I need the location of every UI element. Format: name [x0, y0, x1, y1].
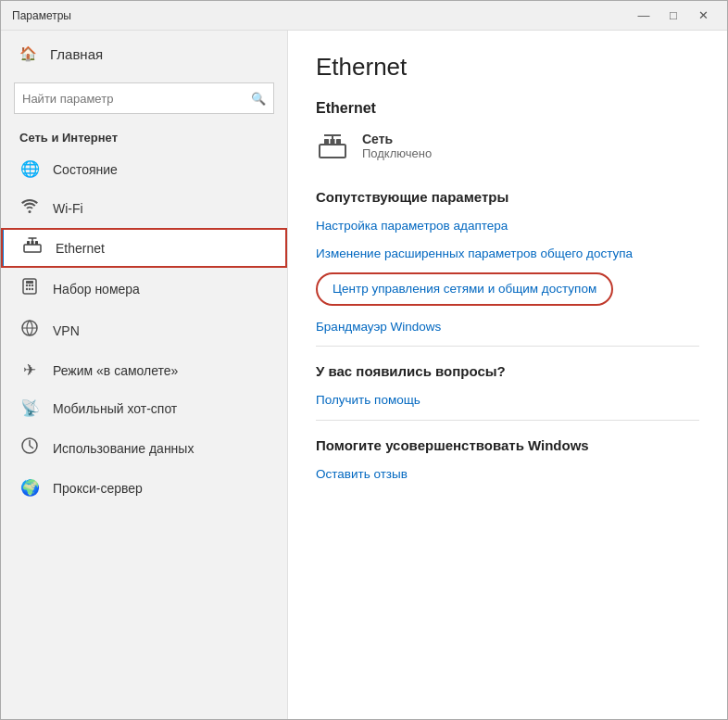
svg-rect-2: [31, 241, 34, 245]
sidebar-item-vpn[interactable]: VPN: [1, 309, 287, 351]
svg-rect-16: [320, 145, 345, 158]
sidebar-home-label: Главная: [50, 46, 103, 62]
content-area: Ethernet Ethernet Сеть Подключе: [288, 31, 727, 719]
improve-section: Помогите усовершенствовать Windows Остав…: [316, 437, 699, 483]
svg-rect-19: [336, 139, 341, 145]
ethernet-section-title: Ethernet: [316, 100, 699, 117]
get-help-link[interactable]: Получить помощь: [316, 392, 699, 409]
sidebar-section-title: Сеть и Интернет: [1, 123, 287, 150]
svg-rect-18: [331, 139, 335, 145]
questions-section: У вас появились вопросы? Получить помощь: [316, 363, 699, 409]
sidebar-item-label: Состояние: [53, 162, 118, 177]
sidebar-item-ethernet[interactable]: Ethernet: [1, 228, 287, 268]
sidebar-item-hotspot[interactable]: 📡 Мобильный хот-спот: [1, 389, 287, 427]
sidebar-item-label: Wi-Fi: [53, 201, 83, 216]
settings-window: Параметры — □ ✕ 🏠 Главная 🔍 Сеть и Интер…: [0, 0, 728, 720]
sidebar-item-label: Набор номера: [53, 282, 140, 297]
feedback-link[interactable]: Оставить отзыв: [316, 466, 699, 483]
sidebar-item-label: VPN: [53, 323, 80, 338]
svg-rect-1: [27, 241, 30, 245]
search-box: 🔍: [14, 82, 274, 114]
sidebar-item-proxy[interactable]: 🌍 Прокси-сервер: [1, 469, 287, 507]
proxy-icon: 🌍: [19, 478, 40, 498]
svg-rect-0: [24, 245, 41, 252]
svg-point-10: [26, 288, 28, 290]
sidebar-item-airplane[interactable]: ✈ Режим «в самолете»: [1, 351, 287, 389]
related-params-title: Сопутствующие параметры: [316, 189, 699, 205]
sidebar-item-label: Прокси-сервер: [53, 481, 143, 496]
svg-point-9: [31, 284, 33, 286]
svg-point-7: [26, 284, 28, 286]
svg-rect-3: [35, 241, 38, 245]
sidebar-item-label: Ethernet: [56, 241, 105, 256]
adapter-settings-link[interactable]: Настройка параметров адаптера: [316, 218, 699, 234]
window-title: Параметры: [12, 9, 631, 22]
search-input[interactable]: [22, 92, 251, 106]
ethernet-icon: [22, 237, 43, 259]
network-name: Сеть: [362, 132, 432, 146]
sidebar-item-home[interactable]: 🏠 Главная: [1, 31, 287, 77]
sharing-settings-link[interactable]: Изменение расширенных параметров общего …: [316, 246, 699, 262]
title-bar: Параметры — □ ✕: [1, 1, 727, 31]
svg-point-11: [29, 288, 31, 290]
network-icon: [316, 133, 349, 167]
questions-title: У вас появились вопросы?: [316, 363, 699, 379]
improve-title: Помогите усовершенствовать Windows: [316, 437, 699, 453]
sidebar-item-label: Мобильный хот-спот: [53, 401, 177, 416]
divider-2: [316, 420, 699, 421]
page-title: Ethernet: [316, 53, 699, 82]
search-button[interactable]: 🔍: [251, 92, 266, 106]
window-controls: — □ ✕: [631, 6, 716, 26]
data-usage-icon: [19, 436, 40, 460]
vpn-icon: [19, 319, 40, 342]
hotspot-icon: 📡: [19, 398, 40, 418]
sidebar-item-status[interactable]: 🌐 Состояние: [1, 150, 287, 188]
sidebar-item-label: Режим «в самолете»: [53, 363, 178, 378]
maximize-button[interactable]: □: [660, 6, 686, 26]
network-info: Сеть Подключено: [362, 132, 432, 160]
sidebar-item-wifi[interactable]: Wi-Fi: [1, 188, 287, 228]
airplane-icon: ✈: [19, 360, 40, 380]
svg-rect-13: [26, 281, 33, 284]
network-status: Подключено: [362, 146, 432, 160]
network-center-link[interactable]: Центр управления сетями и общим доступом: [316, 272, 613, 306]
sidebar: 🏠 Главная 🔍 Сеть и Интернет 🌐 Состояние: [1, 31, 288, 719]
sidebar-item-label: Использование данных: [53, 441, 194, 456]
main-content: 🏠 Главная 🔍 Сеть и Интернет 🌐 Состояние: [1, 31, 727, 719]
status-icon: 🌐: [19, 159, 40, 179]
svg-rect-17: [324, 139, 329, 145]
close-button[interactable]: ✕: [690, 6, 716, 26]
dialup-icon: [19, 277, 40, 300]
network-item: Сеть Подключено: [316, 132, 699, 167]
wifi-icon: [19, 197, 40, 219]
sidebar-item-data-usage[interactable]: Использование данных: [1, 427, 287, 469]
divider-1: [316, 346, 699, 347]
sidebar-item-dialup[interactable]: Набор номера: [1, 268, 287, 309]
home-icon: 🏠: [19, 45, 37, 62]
svg-point-12: [31, 288, 33, 290]
svg-point-8: [29, 284, 31, 286]
minimize-button[interactable]: —: [631, 6, 657, 26]
firewall-link[interactable]: Брандмауэр Windows: [316, 319, 699, 335]
related-params-section: Сопутствующие параметры Настройка параме…: [316, 189, 699, 335]
